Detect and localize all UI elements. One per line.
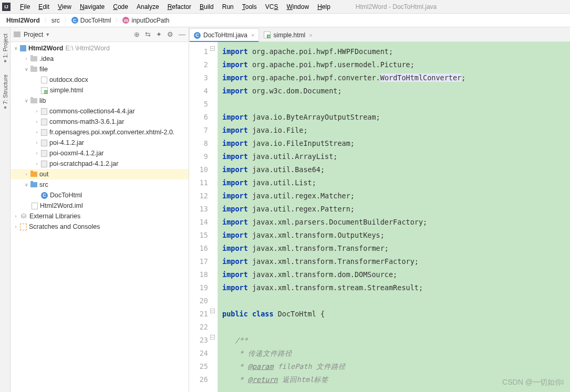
jar-icon xyxy=(41,108,47,115)
menu-item-refactor[interactable]: Refactor xyxy=(163,2,195,12)
sidetab-project-label: 1: Project xyxy=(2,34,8,58)
tree-item-jar[interactable]: ›poi-scratchpad-4.1.2.jar xyxy=(11,158,189,169)
breadcrumb-member[interactable]: m inputDocPath xyxy=(115,15,173,26)
editor-tab[interactable]: simple.html× xyxy=(259,28,317,41)
gutter[interactable]: 1234567891011121314151617181920212223242… xyxy=(189,42,218,392)
file-icon xyxy=(32,203,38,209)
file-icon xyxy=(41,77,47,83)
breadcrumb-project-label: Html2Word xyxy=(6,17,40,24)
tab-label: DocToHtml.java xyxy=(203,31,247,39)
dropdown-icon: ▼ xyxy=(45,32,50,37)
tree-item-src[interactable]: ∨ src xyxy=(11,179,189,190)
tree-item-scratches[interactable]: › Scratches and Consoles xyxy=(11,221,189,232)
project-panel: Project ▼ ⊕ ⇆ ✦ ⚙ — ∨ Html2Word E:\ \Htm… xyxy=(11,27,189,392)
tree-item-docx[interactable]: outdocx.docx xyxy=(11,75,189,85)
tree-item-jar[interactable]: ›fr.opensagres.poi.xwpf.converter.xhtml-… xyxy=(11,127,189,137)
class-icon: C xyxy=(41,192,48,199)
sidetab-project[interactable]: 1: Project xyxy=(2,30,9,65)
folder-icon xyxy=(30,182,37,187)
breadcrumb-project[interactable]: Html2Word xyxy=(4,15,44,26)
sidetab-structure-label: 7: Structure xyxy=(2,75,8,104)
tree-item-doctohtml[interactable]: C DocToHtml xyxy=(11,190,189,200)
close-icon[interactable]: × xyxy=(309,32,312,38)
tree-label: Html2Word.iml xyxy=(40,202,83,209)
menu-item-vcs[interactable]: VCS xyxy=(261,2,283,12)
jar-icon xyxy=(41,150,47,157)
tree-item-jar[interactable]: ›poi-4.1.2.jar xyxy=(11,137,189,148)
menu-item-help[interactable]: Help xyxy=(313,2,335,12)
folder-icon xyxy=(30,98,37,103)
breadcrumb-package[interactable]: src xyxy=(44,15,64,26)
tree-root[interactable]: ∨ Html2Word E:\ \Html2Word xyxy=(11,43,189,54)
breadcrumb-member-label: inputDocPath xyxy=(131,17,169,24)
fold-icon[interactable]: – xyxy=(210,46,215,51)
window-title: Html2Word - DocToHtml.java xyxy=(356,3,437,10)
project-panel-header: Project ▼ ⊕ ⇆ ✦ ⚙ — xyxy=(11,27,189,42)
menu-item-tools[interactable]: Tools xyxy=(238,2,261,12)
tree-item-iml[interactable]: Html2Word.iml xyxy=(11,200,189,211)
tab-label: simple.html xyxy=(273,31,305,39)
breadcrumb-class-label: DocToHtml xyxy=(80,17,111,24)
tree-label: Scratches and Consoles xyxy=(29,223,100,230)
tree-item-simplehtml[interactable]: simple.html xyxy=(11,85,189,96)
editor-tab[interactable]: CDocToHtml.java× xyxy=(189,28,259,42)
tree-label: lib xyxy=(39,97,46,104)
tree-item-external-libraries[interactable]: ›⛁ External Libraries xyxy=(11,211,189,221)
menu-item-analyze[interactable]: Analyze xyxy=(132,2,163,12)
tree-label: file xyxy=(39,66,48,73)
tree-item-jar[interactable]: ›poi-ooxml-4.1.2.jar xyxy=(11,148,189,158)
project-view-icon xyxy=(14,31,20,37)
tree-label: out xyxy=(39,171,48,178)
tree-root-label: Html2Word xyxy=(28,45,63,52)
tree-label: simple.html xyxy=(50,87,83,94)
tree-item-jar[interactable]: ›commons-math3-3.6.1.jar xyxy=(11,116,189,127)
library-icon: ⛁ xyxy=(20,213,27,220)
method-icon: m xyxy=(122,17,129,24)
tree-item-idea[interactable]: › .idea xyxy=(11,54,189,64)
app-icon: IJ xyxy=(2,3,11,11)
tree-item-out[interactable]: › out xyxy=(11,169,189,179)
tree-label: .idea xyxy=(39,55,54,62)
menu-item-view[interactable]: View xyxy=(54,2,76,12)
sidetab-structure[interactable]: 7: Structure xyxy=(2,71,9,112)
project-panel-title[interactable]: Project ▼ xyxy=(24,31,50,38)
tree-label: DocToHtml xyxy=(50,192,82,199)
fold-icon[interactable]: – xyxy=(210,335,215,340)
tree-item-lib[interactable]: ∨ lib xyxy=(11,96,189,106)
close-icon[interactable]: × xyxy=(251,32,254,38)
tree-label: outdocx.docx xyxy=(49,76,88,83)
tree-label: src xyxy=(39,181,48,188)
class-icon: C xyxy=(194,32,201,39)
folder-icon xyxy=(30,172,37,177)
code-lines[interactable]: import org.apache.poi.hwpf.HWPFDocument;… xyxy=(218,42,570,392)
expand-icon[interactable]: ⇆ xyxy=(145,30,151,38)
code-area[interactable]: 1234567891011121314151617181920212223242… xyxy=(189,42,570,392)
gear-icon[interactable]: ⚙ xyxy=(167,30,173,38)
project-panel-title-label: Project xyxy=(24,31,43,38)
menu-item-file[interactable]: File xyxy=(16,2,34,12)
breadcrumb-package-label: src xyxy=(51,17,60,24)
class-icon: C xyxy=(71,17,78,24)
project-tree[interactable]: ∨ Html2Word E:\ \Html2Word › .idea ∨ fil… xyxy=(11,42,189,392)
menu-item-build[interactable]: Build xyxy=(195,2,218,12)
project-panel-tools: ⊕ ⇆ ✦ ⚙ — xyxy=(134,30,185,38)
menu-item-run[interactable]: Run xyxy=(218,2,238,12)
hide-icon[interactable]: — xyxy=(179,30,185,38)
view-mode-icon[interactable]: ✦ xyxy=(156,30,162,38)
html-icon xyxy=(264,31,271,38)
module-icon xyxy=(20,45,26,51)
menu-item-edit[interactable]: Edit xyxy=(34,2,54,12)
tree-item-file[interactable]: ∨ file xyxy=(11,64,189,75)
tree-label: poi-scratchpad-4.1.2.jar xyxy=(49,160,118,167)
locate-icon[interactable]: ⊕ xyxy=(134,30,140,38)
menu-item-code[interactable]: Code xyxy=(109,2,132,12)
fold-icon[interactable]: – xyxy=(210,309,215,313)
menu-item-window[interactable]: Window xyxy=(282,2,313,12)
tree-item-jar[interactable]: ›commons-collections4-4.4.jar xyxy=(11,106,189,116)
tree-label: fr.opensagres.poi.xwpf.converter.xhtml-2… xyxy=(49,129,174,136)
menu-item-navigate[interactable]: Navigate xyxy=(76,2,109,12)
breadcrumb-class[interactable]: C DocToHtml xyxy=(64,15,116,26)
menu-bar: IJ FileEditViewNavigateCodeAnalyzeRefact… xyxy=(0,0,570,14)
editor: CDocToHtml.java×simple.html× 12345678910… xyxy=(189,27,570,392)
jar-icon xyxy=(41,161,47,167)
